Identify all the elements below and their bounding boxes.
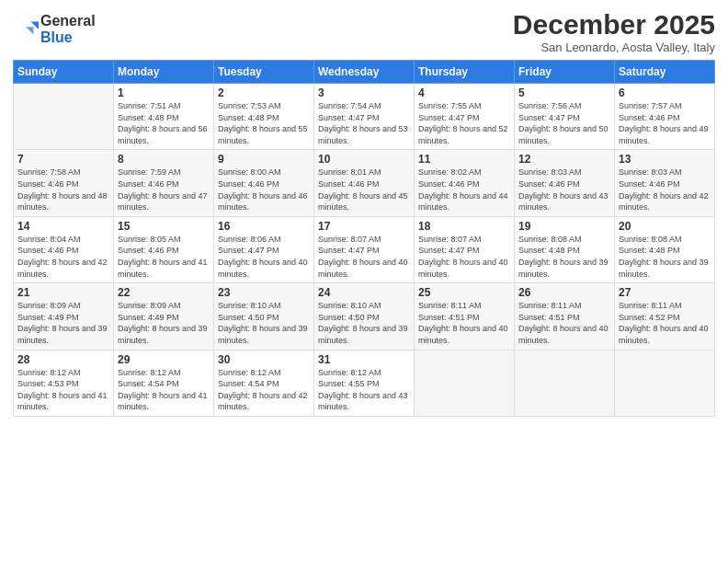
day-info: Sunrise: 8:01 AMSunset: 4:46 PMDaylight:…: [318, 167, 410, 213]
day-header-friday: Friday: [515, 61, 615, 84]
day-header-saturday: Saturday: [615, 61, 715, 84]
logo-text: General Blue: [40, 13, 96, 45]
day-info: Sunrise: 8:11 AMSunset: 4:51 PMDaylight:…: [518, 300, 610, 346]
calendar-cell: [415, 350, 515, 416]
day-info: Sunrise: 8:10 AMSunset: 4:50 PMDaylight:…: [218, 300, 310, 346]
calendar-cell: 15Sunrise: 8:05 AMSunset: 4:46 PMDayligh…: [114, 216, 214, 282]
day-number: 7: [17, 153, 109, 166]
day-info: Sunrise: 8:09 AMSunset: 4:49 PMDaylight:…: [118, 300, 210, 346]
day-number: 18: [418, 220, 510, 233]
day-info: Sunrise: 8:04 AMSunset: 4:46 PMDaylight:…: [17, 234, 109, 280]
day-info: Sunrise: 7:53 AMSunset: 4:48 PMDaylight:…: [218, 100, 310, 146]
calendar-cell: 18Sunrise: 8:07 AMSunset: 4:47 PMDayligh…: [415, 216, 515, 282]
calendar-cell: 25Sunrise: 8:11 AMSunset: 4:51 PMDayligh…: [415, 283, 515, 350]
calendar-header-row: SundayMondayTuesdayWednesdayThursdayFrid…: [14, 61, 715, 84]
logo: General Blue: [13, 13, 96, 45]
day-number: 10: [318, 153, 410, 166]
logo-icon: [13, 17, 39, 42]
day-info: Sunrise: 8:00 AMSunset: 4:46 PMDaylight:…: [218, 167, 310, 213]
calendar-week-2: 14Sunrise: 8:04 AMSunset: 4:46 PMDayligh…: [14, 216, 715, 282]
day-number: 20: [619, 220, 711, 233]
calendar-cell: 12Sunrise: 8:03 AMSunset: 4:46 PMDayligh…: [515, 150, 615, 216]
calendar-cell: 20Sunrise: 8:08 AMSunset: 4:48 PMDayligh…: [615, 216, 715, 282]
day-info: Sunrise: 8:08 AMSunset: 4:48 PMDaylight:…: [619, 234, 711, 280]
day-number: 2: [218, 86, 310, 99]
calendar-cell: 9Sunrise: 8:00 AMSunset: 4:46 PMDaylight…: [214, 150, 314, 216]
day-info: Sunrise: 8:02 AMSunset: 4:46 PMDaylight:…: [418, 167, 510, 213]
day-header-sunday: Sunday: [14, 61, 114, 84]
day-number: 21: [17, 286, 109, 299]
day-number: 23: [218, 286, 310, 299]
day-number: 4: [418, 86, 510, 99]
day-number: 24: [318, 286, 410, 299]
day-header-monday: Monday: [114, 61, 214, 84]
title-block: December 2025 San Leonardo, Aosta Valley…: [513, 9, 715, 54]
day-header-tuesday: Tuesday: [214, 61, 314, 84]
calendar-cell: 22Sunrise: 8:09 AMSunset: 4:49 PMDayligh…: [114, 283, 214, 350]
calendar-cell: 24Sunrise: 8:10 AMSunset: 4:50 PMDayligh…: [314, 283, 415, 350]
calendar-cell: 14Sunrise: 8:04 AMSunset: 4:46 PMDayligh…: [14, 216, 114, 282]
calendar-cell: 2Sunrise: 7:53 AMSunset: 4:48 PMDaylight…: [214, 84, 314, 150]
day-number: 3: [318, 86, 410, 99]
day-number: 27: [619, 286, 711, 299]
day-info: Sunrise: 8:11 AMSunset: 4:51 PMDaylight:…: [418, 300, 510, 346]
header: General Blue December 2025 San Leonardo,…: [13, 9, 715, 54]
day-number: 26: [518, 286, 610, 299]
day-info: Sunrise: 8:03 AMSunset: 4:46 PMDaylight:…: [518, 167, 610, 213]
calendar-cell: 30Sunrise: 8:12 AMSunset: 4:54 PMDayligh…: [214, 350, 314, 416]
day-info: Sunrise: 8:10 AMSunset: 4:50 PMDaylight:…: [318, 300, 410, 346]
day-header-wednesday: Wednesday: [314, 61, 415, 84]
calendar-cell: 10Sunrise: 8:01 AMSunset: 4:46 PMDayligh…: [314, 150, 415, 216]
calendar-week-1: 7Sunrise: 7:58 AMSunset: 4:46 PMDaylight…: [14, 150, 715, 216]
day-number: 9: [218, 153, 310, 166]
day-number: 6: [619, 86, 711, 99]
calendar-cell: 16Sunrise: 8:06 AMSunset: 4:47 PMDayligh…: [214, 216, 314, 282]
day-info: Sunrise: 8:07 AMSunset: 4:47 PMDaylight:…: [318, 234, 410, 280]
day-info: Sunrise: 8:05 AMSunset: 4:46 PMDaylight:…: [118, 234, 210, 280]
svg-marker-1: [26, 27, 33, 34]
day-info: Sunrise: 8:09 AMSunset: 4:49 PMDaylight:…: [17, 300, 109, 346]
calendar-week-4: 28Sunrise: 8:12 AMSunset: 4:53 PMDayligh…: [14, 350, 715, 416]
day-info: Sunrise: 7:54 AMSunset: 4:47 PMDaylight:…: [318, 100, 410, 146]
calendar-cell: 11Sunrise: 8:02 AMSunset: 4:46 PMDayligh…: [415, 150, 515, 216]
day-info: Sunrise: 8:07 AMSunset: 4:47 PMDaylight:…: [418, 234, 510, 280]
day-info: Sunrise: 8:12 AMSunset: 4:54 PMDaylight:…: [218, 367, 310, 413]
calendar-cell: 3Sunrise: 7:54 AMSunset: 4:47 PMDaylight…: [314, 84, 415, 150]
calendar-cell: 8Sunrise: 7:59 AMSunset: 4:46 PMDaylight…: [114, 150, 214, 216]
day-info: Sunrise: 8:12 AMSunset: 4:53 PMDaylight:…: [17, 367, 109, 413]
day-number: 8: [118, 153, 210, 166]
day-number: 11: [418, 153, 510, 166]
subtitle: San Leonardo, Aosta Valley, Italy: [513, 40, 715, 54]
day-info: Sunrise: 8:12 AMSunset: 4:55 PMDaylight:…: [318, 367, 410, 413]
day-info: Sunrise: 7:51 AMSunset: 4:48 PMDaylight:…: [118, 100, 210, 146]
day-info: Sunrise: 8:11 AMSunset: 4:52 PMDaylight:…: [619, 300, 711, 346]
day-number: 29: [118, 353, 210, 366]
calendar-cell: 31Sunrise: 8:12 AMSunset: 4:55 PMDayligh…: [314, 350, 415, 416]
calendar-cell: 29Sunrise: 8:12 AMSunset: 4:54 PMDayligh…: [114, 350, 214, 416]
calendar-cell: 26Sunrise: 8:11 AMSunset: 4:51 PMDayligh…: [515, 283, 615, 350]
calendar-cell: 5Sunrise: 7:56 AMSunset: 4:47 PMDaylight…: [515, 84, 615, 150]
calendar-cell: 21Sunrise: 8:09 AMSunset: 4:49 PMDayligh…: [14, 283, 114, 350]
calendar-cell: [515, 350, 615, 416]
calendar-cell: 17Sunrise: 8:07 AMSunset: 4:47 PMDayligh…: [314, 216, 415, 282]
day-number: 22: [118, 286, 210, 299]
day-info: Sunrise: 8:06 AMSunset: 4:47 PMDaylight:…: [218, 234, 310, 280]
day-info: Sunrise: 7:57 AMSunset: 4:46 PMDaylight:…: [619, 100, 711, 146]
calendar-cell: 1Sunrise: 7:51 AMSunset: 4:48 PMDaylight…: [114, 84, 214, 150]
calendar-cell: 13Sunrise: 8:03 AMSunset: 4:46 PMDayligh…: [615, 150, 715, 216]
day-number: 15: [118, 220, 210, 233]
logo-general: General: [40, 13, 96, 29]
calendar-cell: 27Sunrise: 8:11 AMSunset: 4:52 PMDayligh…: [615, 283, 715, 350]
day-info: Sunrise: 8:08 AMSunset: 4:48 PMDaylight:…: [518, 234, 610, 280]
day-info: Sunrise: 8:03 AMSunset: 4:46 PMDaylight:…: [619, 167, 711, 213]
day-info: Sunrise: 8:12 AMSunset: 4:54 PMDaylight:…: [118, 367, 210, 413]
day-number: 28: [17, 353, 109, 366]
calendar-cell: 7Sunrise: 7:58 AMSunset: 4:46 PMDaylight…: [14, 150, 114, 216]
day-number: 31: [318, 353, 410, 366]
calendar-cell: 28Sunrise: 8:12 AMSunset: 4:53 PMDayligh…: [14, 350, 114, 416]
day-number: 16: [218, 220, 310, 233]
calendar-cell: [14, 84, 114, 150]
day-info: Sunrise: 7:58 AMSunset: 4:46 PMDaylight:…: [17, 167, 109, 213]
day-number: 25: [418, 286, 510, 299]
calendar-week-3: 21Sunrise: 8:09 AMSunset: 4:49 PMDayligh…: [14, 283, 715, 350]
